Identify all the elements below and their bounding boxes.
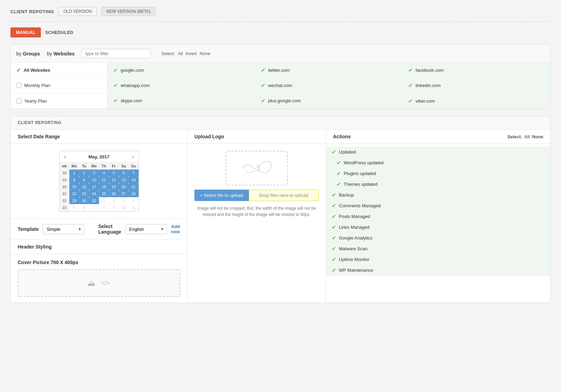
calendar-day[interactable]: 6	[79, 204, 89, 211]
select-none-link[interactable]: None	[200, 51, 210, 56]
select-all-link[interactable]: All	[178, 51, 183, 56]
cal-col-su: Su	[129, 163, 139, 169]
actions-select-all[interactable]: All	[524, 134, 530, 139]
action-item[interactable]: ✔ Links Managed	[326, 222, 550, 233]
action-item[interactable]: ✔ Updated	[326, 147, 550, 157]
add-new-language-link[interactable]: Add new	[171, 224, 180, 234]
old-version-button[interactable]: OLD VERSION	[58, 7, 97, 16]
action-item[interactable]: ✔ Malware Scan	[326, 243, 550, 254]
check-icon: ✔	[408, 67, 413, 73]
scheduled-tab[interactable]: SCHEDULED	[45, 30, 73, 35]
website-cell[interactable]: ✔ facebook.com	[403, 63, 550, 78]
upload-logo-label: Upload Logo	[194, 134, 224, 139]
check-icon: ✔	[336, 181, 341, 188]
action-name: Updated	[339, 149, 356, 155]
calendar-day[interactable]: 3	[89, 169, 99, 176]
filter-input[interactable]	[81, 49, 151, 58]
action-item[interactable]: ✔ Comments Managed	[326, 200, 550, 211]
calendar-day[interactable]: 31	[89, 197, 99, 204]
cover-picture-upload[interactable]: ⛰ </>	[18, 269, 180, 297]
calendar-day[interactable]: 9	[109, 204, 119, 211]
action-item[interactable]: ✔ Google Analytics	[326, 233, 550, 243]
action-name: Themes updated	[344, 182, 378, 187]
calendar-day[interactable]: 20	[119, 183, 129, 190]
select-invert-link[interactable]: Invert	[186, 51, 197, 56]
calendar-day[interactable]: 18	[99, 183, 109, 190]
language-select-wrapper: English French Spanish German ▼	[125, 224, 167, 234]
action-item[interactable]: ✔ WordPress updated	[326, 157, 550, 168]
calendar-day[interactable]: 16	[79, 183, 89, 190]
action-name: Plugins updated	[344, 171, 376, 176]
calendar-day[interactable]: 8	[99, 204, 109, 211]
action-name: Comments Managed	[339, 203, 381, 208]
calendar-day[interactable]: 6	[119, 169, 129, 176]
calendar-day[interactable]: 22	[69, 190, 79, 197]
calendar-day[interactable]: 10	[89, 176, 99, 183]
calendar-day[interactable]: 27	[119, 190, 129, 197]
calendar-day[interactable]: 7	[129, 169, 139, 176]
groups-websites-panel: by Groups by Websites Select: All Invert…	[10, 44, 551, 109]
template-select[interactable]: Simple Advanced	[43, 224, 84, 234]
group-row[interactable]: Yearly Plan	[11, 93, 107, 108]
calendar-day[interactable]: 4	[99, 169, 109, 176]
website-cell[interactable]: ✔ linkedin.com	[403, 78, 550, 93]
action-item[interactable]: ✔ Uptime Monitor	[326, 254, 550, 265]
calendar-day[interactable]: 24	[89, 190, 99, 197]
calendar-day[interactable]: 7	[89, 204, 99, 211]
calendar-day[interactable]: 21	[129, 183, 139, 190]
calendar-day[interactable]: 23	[79, 190, 89, 197]
calendar-day[interactable]: 8	[69, 176, 79, 183]
date-range-column: Select Date Range ‹ May, 2017 › wk	[11, 130, 187, 303]
manual-tab[interactable]: MANUAL	[10, 27, 41, 37]
calendar-day[interactable]: 9	[79, 176, 89, 183]
action-name: WP Maintenance	[339, 268, 373, 273]
group-row[interactable]: Monthly Plan	[11, 78, 107, 93]
calendar-day[interactable]: 28	[129, 190, 139, 197]
calendar-day[interactable]: 12	[109, 176, 119, 183]
website-cell[interactable]: ✔ viber.com	[403, 93, 550, 108]
calendar-day[interactable]: 2	[79, 169, 89, 176]
calendar-day[interactable]: 19	[109, 183, 119, 190]
language-select[interactable]: English French Spanish German	[125, 224, 167, 234]
action-item[interactable]: ✔ WP Maintenance	[326, 265, 550, 276]
check-icon	[16, 98, 21, 104]
actions-select-none[interactable]: None	[532, 134, 544, 139]
calendar-day[interactable]: 3	[119, 197, 129, 204]
website-cell[interactable]: ✔ plus.google.com	[255, 93, 403, 108]
cover-picture-row: Cover Picture 700 X 400px ⛰ </>	[11, 254, 187, 303]
calendar-prev-button[interactable]: ‹	[62, 153, 68, 160]
header-styling-section: Header Styling Cover Picture 700 X 400px…	[11, 239, 187, 303]
action-name: WordPress updated	[344, 160, 384, 165]
calendar-day[interactable]: 1	[69, 169, 79, 176]
group-row[interactable]: ✔ All Websites	[11, 63, 107, 78]
new-version-button[interactable]: NEW VERSION (BETA)	[101, 7, 156, 16]
action-item[interactable]: ✔ Plugins updated	[326, 168, 550, 179]
calendar-next-button[interactable]: ›	[130, 153, 136, 160]
calendar-day[interactable]: 13	[119, 176, 129, 183]
website-cell[interactable]: ✔ wechat.com	[255, 78, 403, 93]
calendar-day[interactable]: 29	[69, 197, 79, 204]
calendar-day[interactable]: 17	[89, 183, 99, 190]
calendar-day[interactable]: 5	[109, 169, 119, 176]
calendar-day[interactable]: 14	[129, 176, 139, 183]
calendar-day[interactable]: 11	[129, 204, 139, 211]
website-cell[interactable]: ✔ skype.com	[108, 93, 255, 108]
website-cell[interactable]: ✔ whatsapp.com	[108, 78, 255, 93]
calendar-day[interactable]: 4	[129, 197, 139, 204]
calendar-day[interactable]: 30	[79, 197, 89, 204]
calendar-day[interactable]: 26	[109, 190, 119, 197]
select-file-button[interactable]: + Select file to upload	[194, 190, 249, 201]
calendar-day[interactable]: 5	[69, 204, 79, 211]
calendar-day[interactable]: 1	[99, 197, 109, 204]
website-cell[interactable]: ✔ twitter.com	[255, 63, 403, 78]
action-item[interactable]: ✔ Posts Managed	[326, 211, 550, 222]
calendar-day[interactable]: 15	[69, 183, 79, 190]
calendar-day[interactable]: 10	[119, 204, 129, 211]
calendar-day[interactable]: 11	[99, 176, 109, 183]
website-cell[interactable]: ✔ google.com	[108, 63, 255, 78]
action-item[interactable]: ✔ Themes updated	[326, 179, 550, 190]
action-item[interactable]: ✔ Backup	[326, 190, 550, 200]
week-number: 23	[60, 204, 70, 211]
calendar-day[interactable]: 25	[99, 190, 109, 197]
calendar-day[interactable]: 2	[109, 197, 119, 204]
